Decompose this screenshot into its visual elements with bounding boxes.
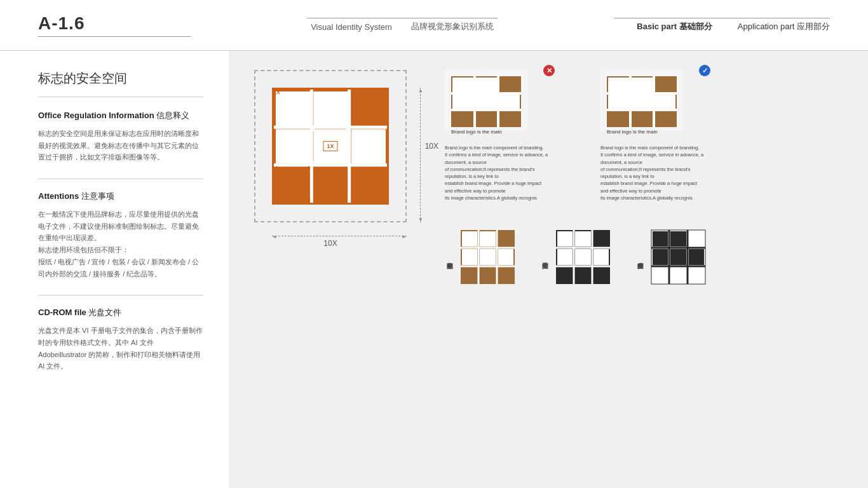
header-nav: Basic part 基础部分 Application part 应用部分 <box>637 21 830 32</box>
svg-rect-44 <box>462 231 477 247</box>
diagrams-area: 1X 1X 1X 1X 1X ◄ ► <box>254 70 843 469</box>
bottom-row: 色彩稿安全空间 <box>445 227 843 287</box>
svg-rect-24 <box>452 95 473 109</box>
cdrom-title: CD-ROM file 光盘文件 <box>38 307 203 318</box>
ink-logo-item: 墨稿安全空间 <box>540 227 613 287</box>
right-logo-wrapper: Brand logo is the main ✓ <box>600 70 705 139</box>
sidebar-divider-1 <box>38 179 203 179</box>
wrong-icon: ✕ <box>543 65 555 76</box>
svg-rect-59 <box>557 249 573 265</box>
svg-rect-57 <box>575 249 591 265</box>
center-label: 1X <box>323 141 337 151</box>
color-logo-svg <box>458 227 518 287</box>
vis-identity-title: Visual Identity System <box>311 22 392 32</box>
svg-rect-48 <box>462 249 477 265</box>
header-center: Visual Identity System 品牌视觉形象识别系统 <box>307 18 498 32</box>
corner-label-tl: 1X <box>273 89 280 95</box>
svg-rect-46 <box>480 249 496 265</box>
sidebar-section-attentions: Attentions 注意事项 在一般情况下使用品牌标志，应尽量使用提供的光盘电… <box>38 191 203 280</box>
right-logo-svg: Brand logo is the main <box>600 70 683 137</box>
svg-rect-22 <box>476 95 497 109</box>
regulation-title-en: Office Regulation Information <box>38 111 154 120</box>
svg-rect-6 <box>313 92 348 126</box>
page-number: A-1.6 <box>38 13 191 34</box>
content-area: 1X 1X 1X 1X 1X ◄ ► <box>229 51 868 488</box>
sidebar-divider-2 <box>38 295 203 295</box>
header: A-1.6 Visual Identity System 品牌视觉形象识别系统 … <box>0 0 868 51</box>
sidebar-page-title: 标志的安全空间 <box>38 70 203 97</box>
svg-rect-12 <box>351 129 386 163</box>
svg-text:Brand logo is the main: Brand logo is the main <box>607 129 658 135</box>
sidebar-section-cdrom: CD-ROM file 光盘文件 光盘文件是本 VI 手册电子文件的集合，内含手… <box>38 307 203 372</box>
svg-text:Brand logo is the main: Brand logo is the main <box>451 129 502 135</box>
right-example: Brand logo is the main ✓ Brand logo is t… <box>600 70 705 201</box>
right-icon: ✓ <box>699 65 710 76</box>
ink-logo-svg <box>553 227 613 287</box>
header-right: Basic part 基础部分 Application part 应用部分 <box>614 18 830 32</box>
regulation-text: 标志的安全空间是用来保证标志在应用时的清晰度和最好的视觉效果。避免标志在传播中与… <box>38 128 203 163</box>
wrong-example: Brand logo is the main ✕ Brand logo is t… <box>445 70 550 201</box>
label-10x-right: 10X <box>425 142 438 151</box>
corner-label-br: 1X <box>381 197 388 203</box>
corner-label-tr: 1X <box>381 89 388 95</box>
main-layout: 标志的安全空间 Office Regulation Information 信息… <box>0 51 868 488</box>
right-arrow: ▲ ▼ <box>420 88 421 222</box>
svg-rect-20 <box>452 78 473 92</box>
svg-rect-47 <box>498 249 513 265</box>
svg-rect-55 <box>557 231 573 247</box>
svg-rect-23 <box>499 95 520 109</box>
nav-basic[interactable]: Basic part 基础部分 <box>637 21 712 32</box>
svg-rect-70 <box>653 249 668 265</box>
header-center-titles: Visual Identity System 品牌视觉形象识别系统 <box>311 21 494 32</box>
svg-rect-67 <box>670 231 686 247</box>
header-center-top-line <box>307 18 498 18</box>
svg-rect-33 <box>632 78 653 92</box>
regulation-title-cn: 信息释义 <box>156 111 189 120</box>
header-left: A-1.6 <box>38 13 191 37</box>
svg-rect-32 <box>608 78 629 92</box>
svg-rect-36 <box>608 95 629 109</box>
cdrom-title-cn: 光盘文件 <box>88 308 121 317</box>
safety-space-wrapper: 1X 1X 1X 1X 1X ◄ ► <box>254 70 407 222</box>
reverse-logo-item: 反白稿安全空间 <box>635 227 709 287</box>
wrong-text: Brand logo is the main component of bran… <box>445 144 550 201</box>
cdrom-title-en: CD-ROM file <box>38 308 86 317</box>
svg-rect-69 <box>689 249 704 265</box>
sidebar: 标志的安全空间 Office Regulation Information 信息… <box>0 51 229 488</box>
attentions-title-en: Attentions <box>38 191 79 201</box>
svg-rect-58 <box>593 249 609 265</box>
svg-rect-45 <box>480 231 496 247</box>
label-10x-bottom: 10X <box>323 239 337 248</box>
svg-rect-34 <box>632 95 653 109</box>
reverse-logo-svg <box>648 227 709 287</box>
right-diagrams: Brand logo is the main ✕ Brand logo is t… <box>445 70 843 287</box>
attentions-title: Attentions 注意事项 <box>38 191 203 202</box>
top-row: Brand logo is the main ✕ Brand logo is t… <box>445 70 843 201</box>
brand-title: 品牌视觉形象识别系统 <box>411 21 494 32</box>
wrong-logo-svg: Brand logo is the main <box>445 70 527 137</box>
wrong-logo-wrapper: Brand logo is the main ✕ <box>445 70 550 139</box>
bottom-arrow: ◄ ► <box>272 236 407 236</box>
svg-rect-56 <box>575 231 591 247</box>
nav-application[interactable]: Application part 应用部分 <box>738 21 830 32</box>
svg-rect-68 <box>670 249 686 265</box>
svg-rect-13 <box>276 129 310 163</box>
cdrom-text: 光盘文件是本 VI 手册电子文件的集合，内含手册制作时的专用软件格式文件。其中 … <box>38 325 203 372</box>
attentions-title-cn: 注意事项 <box>81 191 114 201</box>
sidebar-section-regulation: Office Regulation Information 信息释义 标志的安全… <box>38 110 203 163</box>
svg-rect-21 <box>476 78 497 92</box>
svg-rect-66 <box>653 231 668 247</box>
svg-rect-5 <box>276 92 310 126</box>
svg-rect-35 <box>655 95 675 109</box>
header-right-top-line <box>614 18 830 18</box>
right-text: Brand logo is the main component of bran… <box>600 144 705 201</box>
regulation-title: Office Regulation Information 信息释义 <box>38 110 203 121</box>
attentions-text: 在一般情况下使用品牌标志，应尽量使用提供的光盘电子文件，不建议使用标准制图绘制标… <box>38 208 203 280</box>
main-safety-diagram: 1X 1X 1X 1X 1X ◄ ► <box>254 70 407 248</box>
corner-label-bl: 1X <box>273 197 280 203</box>
header-divider-line <box>38 36 191 37</box>
color-logo-item: 色彩稿安全空间 <box>445 227 518 287</box>
